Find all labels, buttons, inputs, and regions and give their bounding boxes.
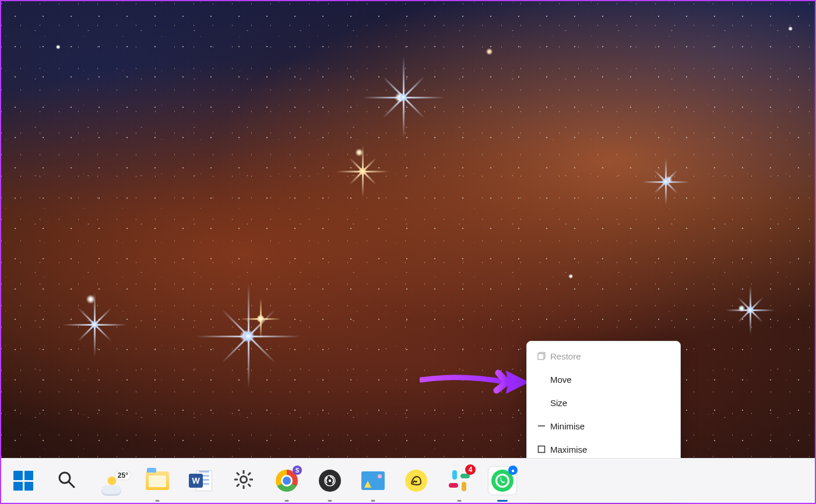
maximise-icon <box>533 445 550 453</box>
menu-item-label: Minimise <box>550 421 672 431</box>
taskbar-obs[interactable] <box>316 467 344 495</box>
menu-item-size[interactable]: Size <box>527 391 680 414</box>
gear-icon <box>233 469 254 492</box>
svg-line-6 <box>69 482 74 487</box>
folder-icon <box>146 471 169 490</box>
windows-logo-icon <box>13 471 33 491</box>
weather-temperature: 25° <box>115 471 131 480</box>
minimise-icon <box>533 422 550 430</box>
taskbar-whatsapp[interactable]: ● <box>488 467 516 495</box>
taskbar-settings[interactable] <box>230 467 258 495</box>
menu-item-label: Restore <box>550 351 672 361</box>
taskbar-word[interactable]: W <box>187 467 214 495</box>
taskbar-file-explorer[interactable] <box>143 467 171 495</box>
svg-point-17 <box>329 480 331 482</box>
start-button[interactable] <box>9 467 37 495</box>
taskbar-slack[interactable]: 4 <box>445 467 473 495</box>
taskbar-pictures[interactable] <box>359 467 387 495</box>
menu-item-minimise[interactable]: Minimise <box>527 414 680 438</box>
taskbar-search[interactable] <box>52 467 80 495</box>
taskbar-chrome[interactable]: S <box>273 467 301 495</box>
restore-icon <box>533 352 550 360</box>
svg-line-14 <box>248 473 251 475</box>
basecamp-icon <box>405 470 427 492</box>
taskbar: 25° W S <box>1 458 815 503</box>
svg-rect-4 <box>539 446 545 453</box>
word-icon: W <box>189 469 212 492</box>
menu-item-label: Size <box>550 398 672 408</box>
weather-icon: 25° <box>96 475 128 487</box>
svg-line-12 <box>237 473 240 475</box>
svg-point-7 <box>241 477 247 483</box>
svg-line-13 <box>248 484 251 487</box>
chrome-profile-badge: S <box>293 466 302 475</box>
menu-item-move[interactable]: Move <box>527 368 680 391</box>
menu-item-label: Maximise <box>550 445 672 454</box>
obs-icon <box>319 470 341 492</box>
menu-item-restore: Restore <box>527 344 680 368</box>
svg-rect-2 <box>538 354 544 360</box>
menu-item-label: Move <box>550 375 672 385</box>
search-icon <box>57 470 76 492</box>
status-badge: ● <box>508 466 518 475</box>
taskbar-basecamp[interactable] <box>402 467 430 495</box>
notification-badge: 4 <box>465 464 476 475</box>
pictures-icon <box>361 471 385 490</box>
menu-item-maximise[interactable]: Maximise <box>527 438 680 461</box>
svg-line-15 <box>237 484 240 487</box>
desktop-wallpaper[interactable] <box>1 1 815 460</box>
taskbar-weather[interactable]: 25° <box>96 467 128 495</box>
